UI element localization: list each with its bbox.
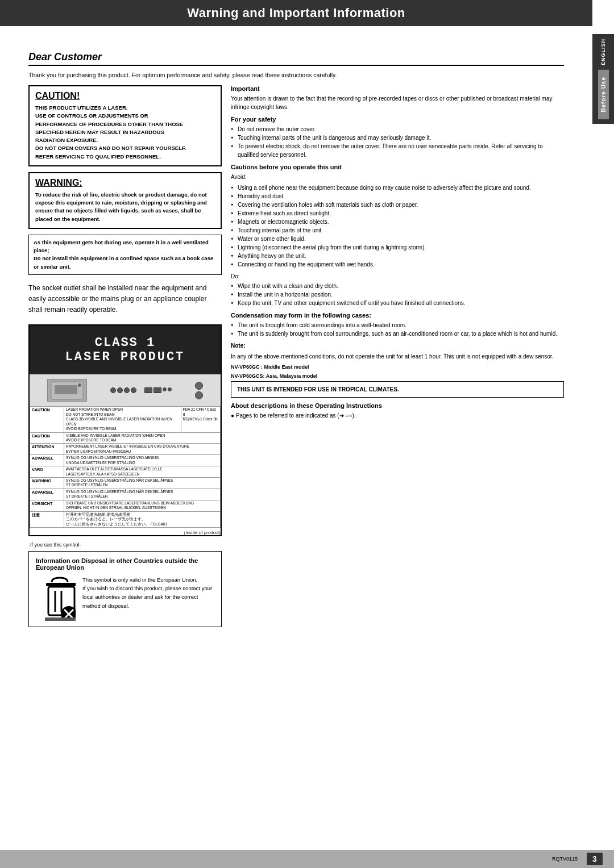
page-footer: RQTV0115 3: [0, 850, 614, 868]
condensation-list: The unit is brought from cold surroundin…: [231, 321, 564, 338]
model-line1: NV-VP60GC : Middle East model: [231, 364, 564, 370]
list-item: Touching internal parts of the unit is d…: [231, 133, 564, 142]
avoid-label: Avoid:: [231, 173, 564, 181]
svg-rect-1: [55, 385, 77, 394]
button-rect-2: [154, 387, 161, 393]
list-item: Magnets or electromagnetic objects.: [231, 218, 564, 226]
laser-device-buttons: [110, 387, 172, 393]
warning-box: WARNING: To reduce the risk of fire, ele…: [28, 172, 222, 229]
list-item: Water or some other liquid.: [231, 235, 564, 243]
warning-text: To reduce the risk of fire, electric sho…: [35, 191, 215, 223]
laser-screen: CLASS 1 LASER PRODUCT: [30, 326, 221, 374]
page: ENGLISH Before Use Warning and Important…: [0, 0, 614, 868]
table-row: WARNING SYNLIG OG USYNLIG LASERSTRÅLING …: [30, 478, 221, 489]
table-row: VORSICHT SICHTBARE UND UNSICHTBARE LASER…: [30, 500, 221, 511]
list-item: Extreme heat such as direct sunlight.: [231, 209, 564, 218]
laser-knob-2: [195, 391, 203, 399]
button-group-2: [144, 387, 172, 393]
svg-point-2: [78, 383, 81, 387]
laser-label-table: CAUTION LASER RADIATION WHEN OPENDO NOT …: [30, 406, 221, 528]
list-item: Touching internal parts of the unit.: [231, 226, 564, 235]
disposal-text-line2: If you wish to discard this product, ple…: [82, 585, 212, 608]
if-symbol-text: -If you see this symbol-: [28, 542, 222, 548]
disposal-box: Information on Disposal in other Countri…: [28, 551, 222, 627]
table-row: ADVARSEL SYNLIG OG USYNLIG LASERSTRALING…: [30, 455, 221, 466]
caution-title: CAUTION!: [35, 91, 215, 101]
ventilated-text2: Do not install this equipment in a confi…: [34, 255, 213, 269]
tropical-box: THIS UNIT IS INTENDED FOR USE IN TROPICA…: [231, 381, 564, 398]
trash-icon-svg: [36, 575, 76, 621]
avoid-list: Using a cell phone near the equipment be…: [231, 183, 564, 269]
table-row: CAUTION VISIBLE AND INVISIBLE LASER RADI…: [30, 432, 221, 444]
table-row: ADVARSEL SYNLIG OG USYNLIG LASERSTRÅLING…: [30, 489, 221, 500]
list-item: Covering the ventilation holes with soft…: [231, 201, 564, 209]
left-column: CAUTION! THIS PRODUCT UTILIZES A LASER. …: [28, 85, 222, 634]
laser-class-text: CLASS 1: [35, 336, 215, 350]
laser-product-box: CLASS 1 LASER PRODUCT: [28, 324, 222, 536]
list-item: Humidity and dust.: [231, 192, 564, 201]
page-code: RQTV0115: [552, 856, 578, 862]
tropical-text: THIS UNIT IS INTENDED FOR USE IN TROPICA…: [237, 386, 399, 393]
ventilated-text1: As this equipment gets hot during use, o…: [34, 239, 209, 253]
page-number: 3: [587, 853, 603, 865]
list-item: The unit is suddenly brought from cool s…: [231, 329, 564, 338]
for-your-safety-title: For your safety: [231, 116, 564, 123]
list-item: Wipe the unit with a clean and dry cloth…: [231, 282, 564, 290]
laser-device-left: [47, 379, 87, 402]
model-line2: NV-VP60GCS: Asia, Malaysia model: [231, 373, 564, 379]
disposal-text: This symbol is only valid in the Europea…: [82, 575, 214, 610]
button-circle-4: [131, 387, 136, 393]
button-rect-1: [144, 387, 152, 393]
laser-product-text: LASER PRODUCT: [35, 350, 215, 364]
before-use-label: Before Use: [598, 70, 609, 119]
page-title: Warning and Important Information: [11, 6, 581, 20]
dear-customer-heading: Dear Customer: [28, 51, 564, 66]
svg-rect-10: [45, 617, 76, 621]
list-item: Anything heavy on the unit.: [231, 252, 564, 260]
laser-device-svg: [50, 381, 84, 400]
important-text: Your attention is drawn to the fact that…: [231, 94, 564, 111]
warning-title: WARNING:: [35, 178, 215, 188]
button-group-1: [110, 387, 136, 393]
button-circle-sm-1: [163, 387, 167, 391]
note-bold: Note:: [231, 343, 246, 349]
button-circle-sm-2: [168, 387, 172, 391]
main-content: Dear Customer Thank you for purchasing t…: [0, 34, 592, 651]
list-item: To prevent electric shock, do not remove…: [231, 142, 564, 159]
disposal-text-line1: This symbol is only valid in the Europea…: [82, 577, 197, 583]
laser-device-right: [195, 382, 203, 399]
list-item: Install the unit in a horizontal positio…: [231, 290, 564, 299]
model-name-2: NV-VP60GCS: Asia, Malaysia model: [231, 373, 317, 379]
list-item: Using a cell phone near the equipment be…: [231, 183, 564, 192]
socket-outlet-text: The socket outlet shall be installed nea…: [28, 281, 222, 318]
side-tab: ENGLISH Before Use: [592, 34, 614, 124]
list-item: Do not remove the outer cover.: [231, 125, 564, 133]
about-descriptions-title: About descriptions in these Operating In…: [231, 402, 564, 409]
english-label: ENGLISH: [600, 39, 606, 65]
laser-knob-1: [195, 382, 203, 390]
list-item: Keep the unit, TV and other equipment sw…: [231, 299, 564, 307]
page-header: Warning and Important Information: [0, 0, 592, 26]
two-col-layout: CAUTION! THIS PRODUCT UTILIZES A LASER. …: [28, 85, 564, 634]
table-row: 注意 打开时有可见激光辐射,避免光束照射このカバーをあけると、レーザ光が出ます。…: [30, 511, 221, 527]
laser-device: [30, 374, 221, 406]
disposal-title: Information on Disposal in other Countri…: [36, 557, 214, 571]
caution-box: CAUTION! THIS PRODUCT UTILIZES A LASER. …: [28, 85, 222, 166]
right-column: Important Your attention is drawn to the…: [231, 85, 564, 634]
svg-rect-3: [46, 583, 76, 586]
list-item: Lightning (disconnect the aerial plug fr…: [231, 243, 564, 252]
intro-text: Thank you for purchasing this product. F…: [28, 72, 564, 78]
table-row: VARO AVATTAESSA OLET ALTISTUMASSA LASERS…: [30, 466, 221, 478]
button-circle-3: [124, 387, 130, 393]
about-descriptions-text: ● Pages to be referred to are indicated …: [231, 411, 564, 420]
table-row: CAUTION LASER RADIATION WHEN OPENDO NOT …: [30, 407, 221, 432]
cautions-before-title: Cautions before you operate this unit: [231, 164, 564, 170]
note-title: Note:: [231, 341, 564, 350]
disposal-content: This symbol is only valid in the Europea…: [36, 575, 214, 621]
do-list: Wipe the unit with a clean and dry cloth…: [231, 282, 564, 307]
do-label: Do:: [231, 272, 564, 281]
inside-product-label: (Inside of product): [30, 530, 221, 535]
note-text: In any of the above-mentioned conditions…: [231, 352, 564, 361]
model-name-1: NV-VP60GC : Middle East model: [231, 364, 309, 370]
table-row: ATTENTION RAYONNEMENT LASER VISIBLE ET I…: [30, 444, 221, 455]
